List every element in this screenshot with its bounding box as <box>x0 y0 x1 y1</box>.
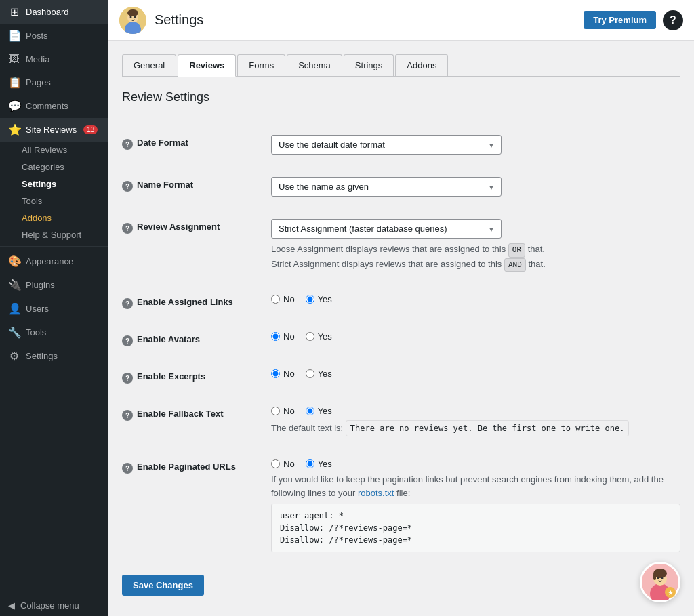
assigned-links-help-icon[interactable]: ? <box>122 298 133 309</box>
pages-icon: 📋 <box>8 76 20 89</box>
paginated-urls-help-icon[interactable]: ? <box>122 463 133 474</box>
paginated-urls-no-radio[interactable] <box>271 459 280 468</box>
fallback-text-label: Enable Fallback Text <box>137 409 224 419</box>
sidebar-item-label: Posts <box>26 30 48 41</box>
sidebar-item-tools[interactable]: 🔧 Tools <box>0 321 108 344</box>
review-assignment-row: ? Review Assignment Strict Assignment (f… <box>122 208 680 283</box>
excerpts-radio-group: No Yes <box>271 369 680 379</box>
sidebar-item-users[interactable]: 👤 Users <box>0 297 108 321</box>
appearance-icon: 🎨 <box>8 255 20 268</box>
sidebar-sub-categories[interactable]: Categories <box>0 159 108 176</box>
try-premium-button[interactable]: Try Premium <box>584 11 656 29</box>
name-format-select[interactable]: Use the name as given First name only In… <box>271 177 502 197</box>
header-right: Try Premium ? <box>584 10 683 30</box>
excerpts-control: No Yes <box>271 369 680 379</box>
review-assignment-desc: Loose Assignment displays reviews that a… <box>271 243 680 272</box>
sidebar-sub-all-reviews[interactable]: All Reviews <box>0 142 108 159</box>
avatars-yes-label[interactable]: Yes <box>306 331 332 342</box>
sidebar-sub-settings[interactable]: Settings <box>0 176 108 192</box>
sidebar-item-media[interactable]: 🖼 Media <box>0 47 108 70</box>
sidebar-item-pages[interactable]: 📋 Pages <box>0 70 108 94</box>
tools-icon: 🔧 <box>8 326 20 339</box>
fallback-text-radio-group: No Yes <box>271 406 680 416</box>
avatars-no-radio[interactable] <box>271 332 280 341</box>
tab-strings[interactable]: Strings <box>344 54 394 76</box>
review-assignment-control: Strict Assignment (faster database queri… <box>271 219 680 272</box>
paginated-urls-yes-label[interactable]: Yes <box>306 459 332 469</box>
main-area: Settings Try Premium ? General Reviews F… <box>108 0 694 616</box>
assigned-links-yes-label[interactable]: Yes <box>306 294 332 304</box>
assigned-links-label: Enable Assigned Links <box>137 297 233 307</box>
robots-txt-link[interactable]: robots.txt <box>358 488 394 498</box>
excerpts-yes-label[interactable]: Yes <box>306 369 332 379</box>
paginated-urls-control: No Yes If you would like to keep the pag… <box>271 459 680 552</box>
header-left: Settings <box>119 7 203 34</box>
reviews-badge: 13 <box>83 125 98 134</box>
sidebar-item-label: Site Reviews <box>26 125 77 135</box>
fallback-text-yes-label[interactable]: Yes <box>306 406 332 416</box>
avatars-yes-radio[interactable] <box>306 332 314 341</box>
review-assignment-help-icon[interactable]: ? <box>122 223 133 234</box>
tab-schema[interactable]: Schema <box>287 54 342 76</box>
svg-rect-10 <box>653 573 656 580</box>
sidebar-item-label: Appearance <box>26 256 73 266</box>
save-changes-button[interactable]: Save Changes <box>122 575 204 596</box>
enable-excerpts-row: ? Enable Excerpts No Yes <box>122 358 680 395</box>
fallback-text-help-icon[interactable]: ? <box>122 410 133 421</box>
sidebar-item-dashboard[interactable]: ⊞ Dashboard <box>0 0 108 24</box>
excerpts-yes-radio[interactable] <box>306 369 314 378</box>
paginated-urls-desc: If you would like to keep the pagination… <box>271 473 680 552</box>
fallback-text-desc: The default text is: There are no review… <box>271 420 680 436</box>
sidebar-item-comments[interactable]: 💬 Comments <box>0 94 108 118</box>
sidebar-item-label: Dashboard <box>26 7 69 17</box>
content-area: General Reviews Forms Schema Strings Add… <box>108 41 694 616</box>
svg-point-3 <box>130 16 132 18</box>
sidebar-item-settings[interactable]: ⚙ Settings <box>0 344 108 368</box>
avatar <box>119 7 146 34</box>
sidebar-item-appearance[interactable]: 🎨 Appearance <box>0 249 108 273</box>
paginated-urls-no-label[interactable]: No <box>271 459 295 469</box>
svg-point-12 <box>661 577 664 579</box>
avatars-no-label[interactable]: No <box>271 331 295 342</box>
fallback-text-no-radio[interactable] <box>271 407 280 415</box>
assigned-links-yes-radio[interactable] <box>306 295 314 304</box>
excerpts-help-icon[interactable]: ? <box>122 373 133 384</box>
settings-icon: ⚙ <box>8 350 20 363</box>
assigned-links-control: No Yes <box>271 294 680 304</box>
sidebar-item-posts[interactable]: 📄 Posts <box>0 24 108 47</box>
fallback-text-no-label[interactable]: No <box>271 406 295 416</box>
assigned-links-no-label[interactable]: No <box>271 294 295 304</box>
collapse-menu-button[interactable]: ◀ Collapse menu <box>0 595 108 616</box>
tab-reviews[interactable]: Reviews <box>178 54 236 77</box>
sidebar-item-label: Pages <box>26 77 51 87</box>
name-format-help-icon[interactable]: ? <box>122 181 133 192</box>
sidebar-sub-addons[interactable]: Addons <box>0 209 108 226</box>
comments-icon: 💬 <box>8 100 20 112</box>
page-title: Settings <box>155 12 203 28</box>
sidebar-item-plugins[interactable]: 🔌 Plugins <box>0 273 108 297</box>
paginated-urls-label: Enable Paginated URLs <box>137 461 236 472</box>
tab-addons[interactable]: Addons <box>395 54 448 76</box>
excerpts-no-label[interactable]: No <box>271 369 295 379</box>
help-button[interactable]: ? <box>663 10 683 30</box>
tab-general[interactable]: General <box>122 54 176 76</box>
excerpts-no-radio[interactable] <box>271 369 280 378</box>
date-format-select[interactable]: Use the default date format Custom forma… <box>271 135 502 155</box>
sidebar-sub-help-support[interactable]: Help & Support <box>0 226 108 243</box>
excerpts-label: Enable Excerpts <box>137 371 205 382</box>
fallback-default-text: There are no reviews yet. Be the first o… <box>346 420 630 436</box>
paginated-urls-yes-radio[interactable] <box>306 459 314 468</box>
paginated-urls-radio-group: No Yes <box>271 459 680 469</box>
name-format-select-wrapper: Use the name as given First name only In… <box>271 177 502 197</box>
media-icon: 🖼 <box>8 53 20 65</box>
sidebar-sub-tools[interactable]: Tools <box>0 192 108 209</box>
sidebar-item-site-reviews[interactable]: ⭐ Site Reviews 13 <box>0 118 108 142</box>
tab-forms[interactable]: Forms <box>237 54 285 76</box>
avatars-help-icon[interactable]: ? <box>122 335 133 346</box>
assigned-links-no-radio[interactable] <box>271 295 280 304</box>
review-assignment-select[interactable]: Strict Assignment (faster database queri… <box>271 219 502 239</box>
date-format-help-icon[interactable]: ? <box>122 139 133 150</box>
review-assignment-label: Review Assignment <box>137 222 220 232</box>
date-format-row: ? Date Format Use the default date forma… <box>122 124 680 166</box>
fallback-text-yes-radio[interactable] <box>306 407 314 415</box>
